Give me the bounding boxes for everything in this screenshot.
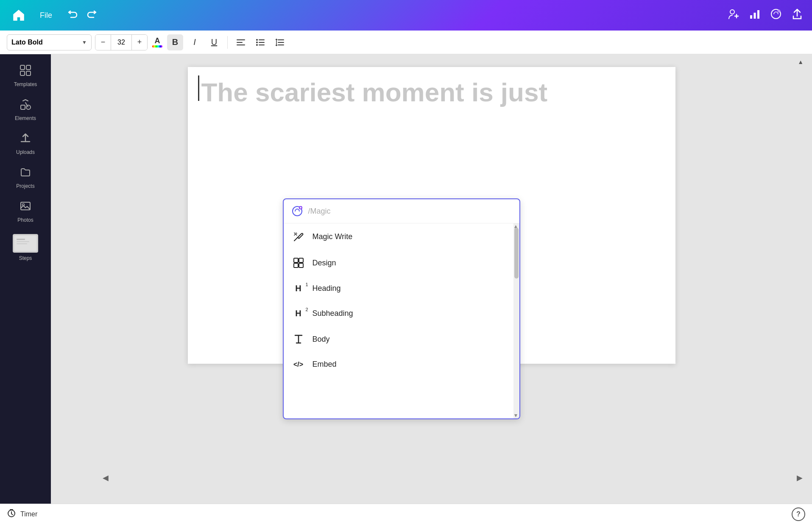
canvas-area[interactable]: ▲ The scariest moment is just (51, 54, 812, 504)
subheading-label: Subheading (313, 309, 353, 318)
scrollbar-thumb[interactable] (514, 228, 519, 279)
text-align-button[interactable] (233, 34, 249, 50)
formatting-toolbar: Lato Bold ▼ − 32 + A B I U (0, 31, 812, 54)
text-cursor (198, 75, 199, 101)
magic-ai-button[interactable] (770, 8, 782, 23)
magic-search-icon (291, 205, 303, 217)
decrease-font-size-button[interactable]: − (95, 34, 111, 50)
analytics-button[interactable] (748, 8, 761, 23)
separator-1 (227, 36, 228, 49)
font-size-value[interactable]: 32 (111, 34, 132, 50)
heading-label: Heading (313, 284, 341, 293)
slash-command-menu: /Magic ▲ ▼ (283, 198, 520, 419)
projects-icon (20, 166, 31, 181)
topbar-actions (727, 8, 804, 23)
top-navigation-bar: File (0, 0, 812, 31)
steps-thumb-inner (14, 235, 37, 251)
svg-rect-24 (21, 202, 30, 210)
svg-rect-18 (20, 65, 25, 70)
svg-rect-29 (17, 243, 27, 244)
bottom-bar: Timer ? (0, 504, 812, 524)
dropdown-item-heading[interactable]: H 1 Heading (284, 276, 519, 301)
design-label: Design (313, 259, 336, 268)
embed-icon: </> (292, 361, 305, 368)
help-button[interactable]: ? (792, 507, 805, 521)
color-strip (152, 45, 162, 47)
sidebar-label-uploads: Uploads (16, 149, 35, 155)
uploads-icon (20, 132, 31, 147)
history-controls (65, 6, 100, 24)
font-family-selector[interactable]: Lato Bold ▼ (7, 34, 92, 50)
dropdown-item-design[interactable]: Design (284, 250, 519, 276)
scroll-up-arrow[interactable]: ▲ (798, 59, 804, 65)
sidebar-label-elements: Elements (15, 115, 36, 121)
svg-rect-3 (757, 10, 759, 19)
sidebar-item-elements[interactable]: Elements (0, 92, 51, 126)
scrollbar-track: ▲ ▼ (513, 223, 519, 418)
svg-rect-35 (299, 263, 303, 268)
sidebar-label-projects: Projects (16, 183, 34, 189)
text-color-button[interactable]: A (151, 36, 164, 49)
scroll-right-arrow[interactable]: ▶ (797, 473, 803, 482)
home-button[interactable] (8, 5, 29, 25)
templates-icon (20, 64, 31, 79)
file-menu[interactable]: File (36, 8, 56, 22)
svg-rect-32 (294, 258, 298, 262)
sidebar-item-uploads[interactable]: Uploads (0, 126, 51, 160)
svg-rect-28 (17, 241, 29, 242)
slash-command-items: ▲ ▼ Magic Write (284, 223, 519, 418)
svg-rect-1 (750, 15, 752, 19)
sidebar-label-templates: Templates (14, 81, 37, 87)
body-icon (292, 334, 305, 345)
svg-rect-2 (754, 13, 756, 19)
left-sidebar: Templates Elements Uploads (0, 54, 51, 504)
main-area: Templates Elements Uploads (0, 54, 812, 504)
dropdown-item-body[interactable]: Body (284, 326, 519, 352)
photos-icon (20, 200, 31, 215)
svg-point-0 (730, 10, 734, 14)
svg-rect-33 (299, 258, 303, 262)
svg-rect-34 (294, 263, 298, 268)
svg-point-11 (256, 42, 258, 43)
body-label: Body (313, 335, 330, 344)
scroll-left-arrow[interactable]: ◀ (103, 473, 109, 482)
bold-button[interactable]: B (167, 34, 183, 50)
canvas-page[interactable]: The scariest moment is just /Magic (188, 67, 675, 364)
font-family-value: Lato Bold (11, 39, 78, 46)
increase-font-size-button[interactable]: + (132, 34, 147, 50)
undo-button[interactable] (65, 6, 80, 24)
magic-write-label: Magic Write (313, 232, 353, 241)
underline-button[interactable]: U (206, 34, 222, 50)
svg-point-13 (256, 44, 258, 46)
color-letter: A (155, 37, 160, 45)
heading-icon: H 1 (292, 284, 305, 293)
italic-button[interactable]: I (187, 34, 203, 50)
sidebar-item-photos[interactable]: Photos (0, 194, 51, 228)
svg-rect-27 (17, 239, 25, 240)
font-size-control: − 32 + (95, 34, 148, 50)
dropdown-item-subheading[interactable]: H 2 Subheading (284, 301, 519, 326)
timer-icon (7, 508, 16, 520)
redo-button[interactable] (84, 6, 100, 24)
dropdown-item-magic-write[interactable]: Magic Write (284, 223, 519, 250)
slash-command-search[interactable]: /Magic (284, 199, 519, 223)
embed-label: Embed (313, 360, 337, 369)
slash-command-placeholder: /Magic (308, 207, 331, 216)
scrollbar-down-button[interactable]: ▼ (513, 413, 519, 418)
design-icon (292, 257, 305, 268)
dropdown-item-embed[interactable]: </> Embed (284, 352, 519, 376)
svg-rect-21 (26, 71, 31, 75)
sidebar-item-templates[interactable]: Templates (0, 59, 51, 92)
subheading-icon: H 2 (292, 309, 305, 318)
timer-label[interactable]: Timer (20, 510, 37, 518)
line-spacing-button[interactable] (272, 34, 288, 50)
sidebar-label-photos: Photos (17, 217, 33, 223)
list-button[interactable] (252, 34, 268, 50)
sidebar-item-steps[interactable]: Steps (0, 228, 51, 266)
sidebar-label-steps: Steps (19, 255, 32, 261)
svg-rect-20 (20, 71, 25, 75)
share-button[interactable] (791, 8, 804, 23)
sidebar-item-projects[interactable]: Projects (0, 160, 51, 194)
canvas-text-content[interactable]: The scariest moment is just (188, 67, 675, 107)
add-collaborator-button[interactable] (727, 8, 740, 23)
